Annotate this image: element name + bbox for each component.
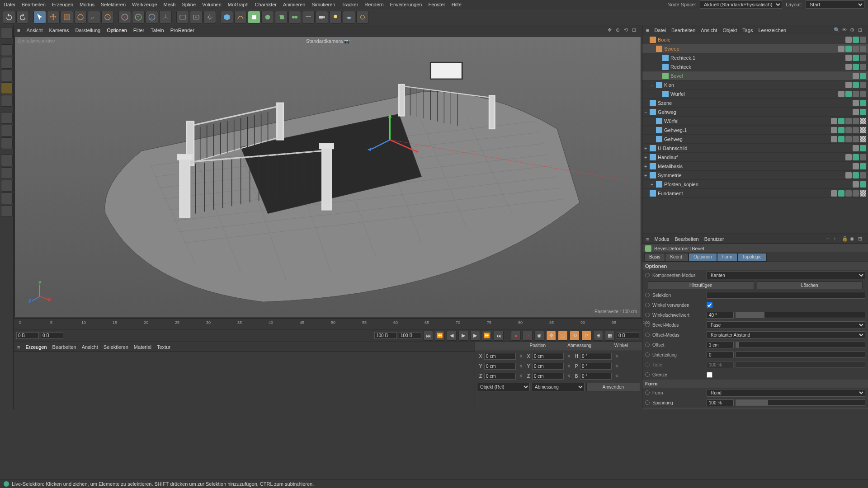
tree-item-name[interactable]: Gehweg	[664, 136, 831, 142]
object-tag[interactable]	[860, 64, 866, 70]
object-tag[interactable]	[845, 46, 852, 52]
spinner-icon[interactable]: ⇅	[567, 374, 573, 378]
tree-expand-icon[interactable]: −	[651, 46, 656, 52]
tree-item-name[interactable]: Bevel	[670, 73, 853, 79]
tree-row[interactable]: Rechteck	[642, 62, 868, 71]
add-scene[interactable]	[302, 11, 315, 23]
layout-select[interactable]: Start	[806, 0, 864, 9]
mat-menu-material[interactable]: Material	[134, 344, 151, 350]
timeline-ruler[interactable]: 0510152025303540455055606570758085909510…	[14, 318, 642, 329]
attr-anim-dot[interactable]	[645, 390, 650, 395]
object-tag[interactable]	[853, 91, 859, 97]
tree-item-name[interactable]: Symmetrie	[658, 173, 845, 178]
add-cube[interactable]	[221, 11, 233, 23]
hinzufuegen-button[interactable]: Hinzufügen	[648, 282, 754, 289]
tree-expand-icon[interactable]: −	[651, 82, 656, 88]
add-light2[interactable]	[356, 11, 369, 23]
tree-item-name[interactable]: Metallbasis	[658, 164, 853, 169]
select-tool[interactable]	[33, 11, 46, 23]
current-frame-input[interactable]	[617, 332, 639, 339]
om-menu-lesezeichen[interactable]: Lesezeichen	[758, 28, 786, 33]
timeline-start2-input[interactable]	[41, 332, 63, 339]
tree-item-name[interactable]: Pfosten_kopien	[664, 182, 853, 187]
object-tag[interactable]	[853, 118, 859, 124]
mat-menu-bearbeiten[interactable]: Bearbeiten	[52, 344, 76, 350]
coord-apply-button[interactable]: Anwenden	[586, 383, 640, 391]
spinner-icon[interactable]: ⇅	[615, 374, 621, 378]
tree-item-name[interactable]: Rechteck	[670, 64, 845, 70]
object-tag[interactable]	[860, 172, 866, 178]
coord-system[interactable]	[159, 11, 172, 23]
3d-viewport[interactable]: Zentralperspektive Standardkamera 📷 Rast…	[14, 36, 641, 317]
tree-row[interactable]: Gehweg	[642, 135, 868, 144]
goto-start-button[interactable]: ⏮	[423, 331, 433, 341]
object-tag[interactable]	[838, 91, 844, 97]
vp-menu-ansicht[interactable]: Ansicht	[26, 28, 42, 33]
render-settings[interactable]	[203, 11, 216, 23]
tree-row[interactable]: +Metallbasis	[642, 162, 868, 171]
menu-tracker[interactable]: Tracker	[341, 2, 358, 7]
material-tag[interactable]	[860, 118, 866, 124]
bevel-modus-select[interactable]: Fase	[707, 321, 865, 329]
object-tag[interactable]	[838, 46, 844, 52]
vp-menu-kameras[interactable]: Kameras	[49, 28, 69, 33]
object-tag[interactable]	[853, 64, 859, 70]
goto-end-button[interactable]: ⏭	[494, 331, 504, 341]
object-tag[interactable]	[845, 127, 852, 133]
vp-menu-filter[interactable]: Filter	[133, 28, 144, 33]
redo-button[interactable]	[16, 11, 29, 23]
coord-mode-select[interactable]: Objekt (Rel)	[477, 383, 530, 391]
om-search-icon[interactable]: 🔍	[834, 27, 840, 33]
axis-gizmo[interactable]: Y X Z	[28, 281, 51, 303]
loeschen-button[interactable]: Löschen	[757, 282, 863, 289]
object-tag[interactable]	[853, 37, 859, 43]
add-deformer[interactable]	[275, 11, 288, 23]
prev-frame-button[interactable]: ◀	[447, 331, 457, 341]
object-tag[interactable]	[860, 73, 866, 79]
offset-slider[interactable]	[736, 342, 865, 348]
tree-expand-icon[interactable]: +	[644, 145, 650, 151]
spinner-icon[interactable]: ⇅	[615, 364, 621, 368]
edges-mode-icon[interactable]	[1, 125, 13, 136]
key-rot-button[interactable]: ⟲	[570, 331, 580, 341]
object-tag[interactable]	[845, 136, 852, 142]
tree-row[interactable]: −Gehweg	[642, 108, 868, 117]
attr-anim-dot[interactable]	[645, 313, 650, 317]
play-button[interactable]: ▶	[458, 331, 468, 341]
attr-hamburger-icon[interactable]: ≡	[646, 236, 649, 242]
object-mode-icon[interactable]	[1, 82, 13, 94]
attr-menu-modus[interactable]: Modus	[654, 236, 669, 242]
vp-hamburger-icon[interactable]: ≡	[17, 28, 20, 33]
object-tag[interactable]	[853, 145, 859, 151]
object-tag[interactable]	[853, 100, 859, 106]
tree-row[interactable]: Rechteck.1	[642, 53, 868, 62]
object-tag[interactable]	[853, 190, 859, 197]
object-tag[interactable]	[853, 154, 859, 160]
coord-b-input[interactable]	[532, 353, 564, 360]
om-view-icon[interactable]: 👁	[842, 27, 848, 33]
object-tag[interactable]	[845, 91, 852, 97]
spinner-icon[interactable]: ⇅	[519, 364, 525, 368]
vp-zoom-icon[interactable]: ⊕	[616, 27, 622, 33]
object-tag[interactable]	[845, 55, 852, 61]
attr-tab-form[interactable]: Form	[717, 253, 737, 262]
om-menu-objekt[interactable]: Objekt	[722, 28, 737, 33]
object-tag[interactable]	[860, 100, 866, 106]
object-tag[interactable]	[838, 190, 844, 197]
coord-a-input[interactable]	[484, 363, 516, 370]
add-generator[interactable]	[248, 11, 260, 23]
object-tag[interactable]	[853, 127, 859, 133]
attr-anim-dot[interactable]	[645, 343, 650, 347]
object-tag[interactable]	[845, 118, 852, 124]
form-select[interactable]: Rund	[707, 389, 865, 397]
menu-animieren[interactable]: Animieren	[283, 2, 306, 7]
coord-size-select[interactable]: Abmessung	[532, 383, 585, 391]
attr-up-icon[interactable]: ↑	[834, 236, 840, 242]
vp-menu-tafeln[interactable]: Tafeln	[151, 28, 164, 33]
x-axis-lock[interactable]: X	[118, 11, 131, 23]
attr-anim-dot[interactable]	[645, 352, 650, 357]
object-tag[interactable]	[853, 109, 859, 115]
tree-row[interactable]: −Sweep	[642, 44, 868, 53]
winkelschwellwert-slider[interactable]	[736, 312, 865, 318]
mat-menu-textur[interactable]: Textur	[157, 344, 170, 350]
